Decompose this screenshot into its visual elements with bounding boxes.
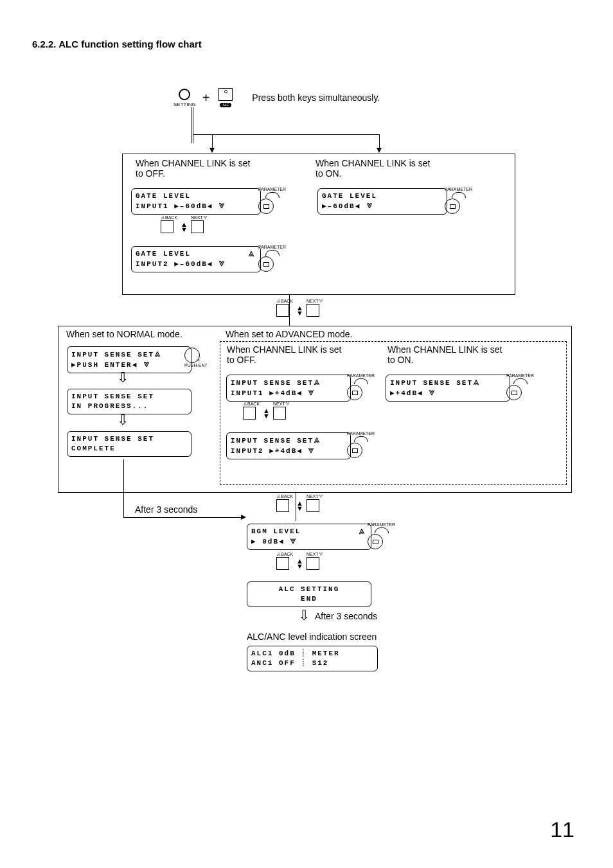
lcd-bgm-level: BGM LEVEL⩓ ▶ 0dB◀ ⩔ bbox=[247, 524, 371, 550]
final-caption: ALC/ANC level indication screen bbox=[247, 632, 377, 642]
flow-chart: When CHANNEL LINK is set to OFF. When CH… bbox=[32, 107, 581, 814]
down-arrow-icon: ⇩ bbox=[117, 414, 129, 426]
plus-icon: + bbox=[202, 91, 210, 105]
parameter-knob-icon: PARAMETER bbox=[368, 522, 395, 549]
back-next-icon: ⩓BACK ▲▼ NEXT⩔ bbox=[276, 299, 323, 317]
back-next-icon: ⩓BACK ▲▼ NEXT⩔ bbox=[276, 494, 323, 512]
parameter-knob-icon: PARAMETER bbox=[258, 245, 286, 272]
alc-key: ALC bbox=[218, 88, 233, 107]
start-row: SETTING + ALC Press both keys simultaneo… bbox=[173, 88, 581, 107]
down-arrow-icon: ⇩ bbox=[117, 372, 129, 384]
lcd-gate-input2: GATE LEVEL⩓ INPUT2 ▶–60dB◀ ⩔ bbox=[131, 246, 261, 272]
parameter-knob-icon: PARAMETER bbox=[445, 187, 472, 214]
lcd-sense-adv-in2: INPUT SENSE SET⩓ INPUT2 ▶+4dB◀ ⩔ bbox=[226, 432, 351, 459]
lcd-sense-push-enter: INPUT SENSE SET⩓ ▶PUSH ENTER◀ ⩔ bbox=[67, 346, 191, 373]
lcd-gate-linkon: GATE LEVEL ▶–60dB◀ ⩔ bbox=[317, 188, 447, 215]
parameter-knob-icon: PARAMETER bbox=[347, 431, 375, 458]
lcd-sense-adv-linkon: INPUT SENSE SET⩓ ▶+4dB◀ ⩔ bbox=[386, 375, 510, 402]
lcd-gate-input1: GATE LEVEL INPUT1 ▶–60dB◀ ⩔ bbox=[131, 188, 261, 215]
setting-key: SETTING bbox=[173, 89, 196, 107]
press-both-text: Press both keys simultaneously. bbox=[252, 93, 380, 103]
lcd-sense-adv-in1: INPUT SENSE SET⩓ INPUT1 ▶+4dB◀ ⩔ bbox=[226, 375, 351, 402]
parameter-knob-icon: PARAMETER bbox=[347, 373, 375, 400]
page-number: 11 bbox=[550, 817, 574, 842]
back-next-icon: ⩓BACK ▲▼ NEXT⩔ bbox=[243, 402, 290, 420]
parameter-knob-icon: PARAMETER bbox=[506, 373, 534, 400]
lcd-sense-complete: INPUT SENSE SET COMPLETE bbox=[67, 431, 191, 457]
lcd-sense-progress: INPUT SENSE SET IN PROGRESS... bbox=[67, 389, 191, 414]
down-arrow-icon: ⇩ bbox=[298, 610, 310, 621]
parameter-knob-icon: PARAMETER bbox=[258, 187, 286, 214]
lcd-alc-anc-meter: ALC1 0dB ┊ METER ANC1 OFF ┊ S12 bbox=[247, 646, 378, 671]
back-next-icon: ⩓BACK ▲▼ NEXT⩔ bbox=[161, 215, 208, 233]
section-title: 6.2.2. ALC function setting flow chart bbox=[32, 39, 581, 49]
lcd-alc-setting-end: ALC SETTING END bbox=[247, 581, 371, 607]
back-next-icon: ⩓BACK ▲▼ NEXT⩔ bbox=[276, 552, 323, 570]
push-enter-icon: ☟ PUSH-ENT bbox=[184, 346, 208, 368]
